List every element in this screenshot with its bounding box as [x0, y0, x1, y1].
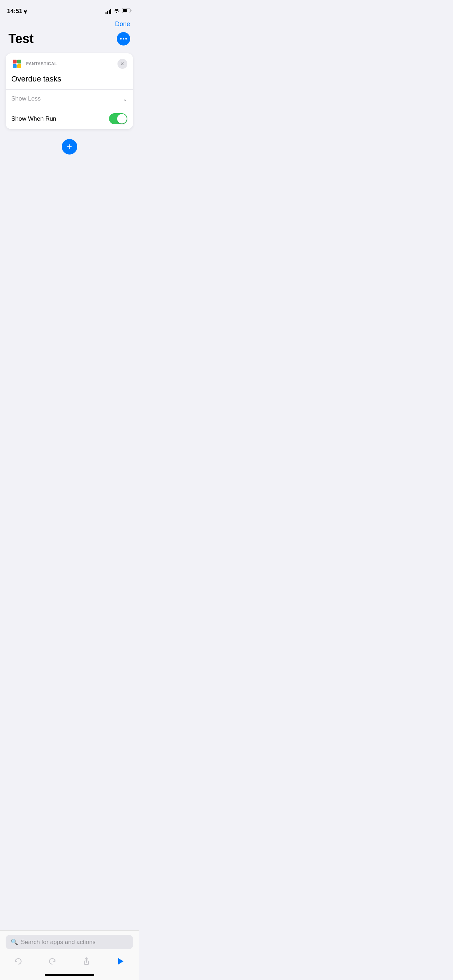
- status-bar: 14:51: [0, 0, 139, 18]
- status-icons: [105, 8, 132, 14]
- svg-rect-5: [13, 64, 17, 68]
- app-info: FANTASTICAL: [11, 58, 57, 70]
- signal-bar-2: [107, 11, 108, 14]
- location-icon: [24, 9, 27, 14]
- toggle-thumb: [117, 114, 127, 124]
- svg-rect-3: [13, 60, 17, 64]
- page-title: Test: [8, 32, 33, 46]
- signal-bar-1: [105, 12, 106, 14]
- app-header-row: FANTASTICAL ✕: [6, 53, 133, 73]
- toggle-track: [109, 113, 127, 124]
- signal-bar-3: [109, 10, 110, 14]
- more-dot-3: [125, 38, 127, 40]
- signal-icon: [105, 9, 111, 14]
- close-icon: ✕: [120, 61, 124, 66]
- add-action-button[interactable]: +: [62, 139, 77, 154]
- svg-rect-6: [17, 64, 21, 68]
- wifi-icon: [114, 8, 119, 14]
- close-card-button[interactable]: ✕: [118, 59, 127, 69]
- show-when-run-label: Show When Run: [11, 115, 56, 123]
- action-title: Overdue tasks: [11, 75, 127, 84]
- svg-rect-1: [123, 9, 127, 12]
- more-dot-1: [120, 38, 122, 40]
- show-less-row[interactable]: Show Less ⌄: [6, 90, 133, 108]
- time-display: 14:51: [7, 8, 22, 15]
- title-row: Test: [0, 29, 139, 53]
- svg-rect-4: [17, 60, 21, 64]
- action-card: FANTASTICAL ✕ Overdue tasks Show Less ⌄ …: [6, 53, 133, 129]
- add-button-container: +: [0, 139, 139, 154]
- action-title-row: Overdue tasks: [6, 73, 133, 90]
- plus-icon: +: [67, 142, 72, 151]
- battery-icon: [122, 8, 132, 14]
- fantastical-app-icon: [11, 58, 22, 70]
- show-less-label: Show Less: [11, 95, 41, 102]
- more-dot-2: [123, 38, 124, 40]
- show-when-run-row: Show When Run: [6, 108, 133, 129]
- more-button[interactable]: [117, 32, 130, 46]
- header: Done: [0, 18, 139, 29]
- done-button[interactable]: Done: [115, 21, 130, 28]
- show-when-run-toggle[interactable]: [109, 113, 127, 124]
- signal-bar-4: [110, 9, 111, 14]
- status-time: 14:51: [7, 8, 27, 15]
- chevron-down-icon: ⌄: [123, 95, 127, 102]
- app-name-label: FANTASTICAL: [26, 61, 57, 66]
